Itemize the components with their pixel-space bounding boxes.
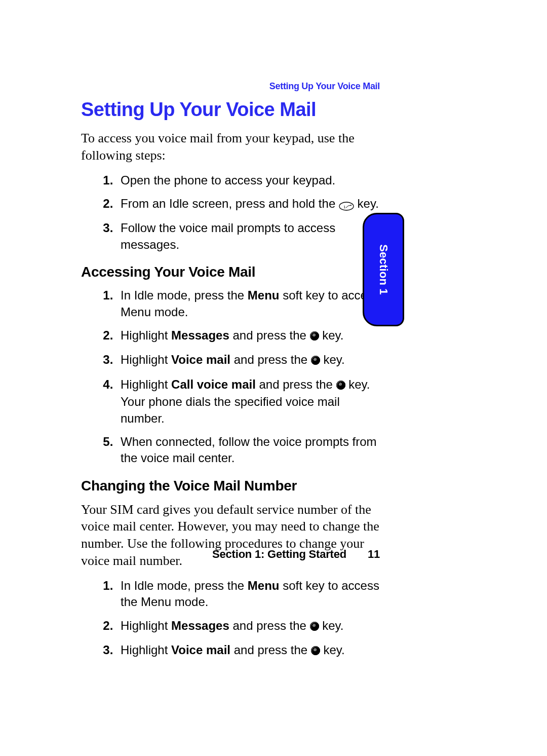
section-tab: Section 1 — [363, 213, 404, 326]
ok-key-icon — [310, 328, 319, 345]
step-text: and press the — [256, 377, 336, 391]
step-item: Highlight Voice mail and press the key. — [116, 352, 385, 369]
step-item: Highlight Call voice mail and press the … — [116, 376, 385, 427]
manual-page: Setting Up Your Voice Mail Setting Up Yo… — [0, 0, 547, 756]
page-footer: Section 1: Getting Started 11 — [212, 548, 380, 561]
step-item: Highlight Messages and press the key. — [116, 327, 385, 345]
step-text: key. — [320, 353, 345, 366]
ok-key-icon — [311, 353, 320, 369]
steps-list-2: In Idle mode, press the Menu soft key to… — [81, 287, 385, 467]
step-item: In Idle mode, press the Menu soft key to… — [116, 287, 385, 320]
step-text: and press the — [229, 328, 310, 342]
step-item: Open the phone to access your keypad. — [116, 172, 385, 188]
step-text: and press the — [230, 643, 311, 657]
bold-menu: Menu — [248, 579, 280, 592]
page-number: 11 — [368, 548, 380, 560]
step-text: Highlight — [121, 643, 171, 657]
ok-key-icon — [336, 377, 345, 394]
step-text: Highlight — [121, 619, 171, 632]
subheading-changing: Changing the Voice Mail Number — [81, 478, 385, 494]
step-text: Highlight — [121, 377, 171, 391]
step-item: Follow the voice mail prompts to access … — [116, 220, 385, 253]
step-text: In Idle mode, press the — [121, 579, 248, 592]
step-text: and press the — [230, 353, 311, 366]
ok-key-icon — [310, 619, 319, 635]
step-item: From an Idle screen, press and hold the … — [116, 196, 385, 213]
bold-voice-mail: Voice mail — [171, 643, 230, 657]
step-item: Highlight Messages and press the key. — [116, 618, 385, 635]
step-text: From an Idle screen, press and hold the — [121, 197, 339, 210]
bold-messages: Messages — [171, 619, 229, 632]
step-text: key. — [319, 619, 344, 632]
step-item: Highlight Voice mail and press the key. — [116, 642, 385, 659]
bold-messages: Messages — [171, 328, 229, 342]
svg-text:1: 1 — [343, 204, 346, 209]
intro-paragraph: To access you voice mail from your keypa… — [81, 130, 385, 164]
svg-point-0 — [339, 202, 354, 210]
one-key-icon: 1 — [339, 197, 354, 213]
footer-section-label: Section 1: Getting Started — [212, 548, 346, 560]
step-text: key. — [354, 197, 379, 210]
step-text: Highlight — [121, 328, 171, 342]
step-text: key. — [319, 328, 344, 342]
step-text: In Idle mode, press the — [121, 288, 248, 302]
bold-voice-mail: Voice mail — [171, 353, 230, 366]
svg-point-2 — [350, 205, 351, 206]
step-text: and press the — [229, 619, 310, 632]
step-text: key. — [320, 643, 345, 657]
subheading-accessing: Accessing Your Voice Mail — [81, 264, 385, 280]
running-head: Setting Up Your Voice Mail — [269, 81, 380, 92]
bold-call-voice-mail: Call voice mail — [171, 377, 256, 391]
step-text: Highlight — [121, 353, 171, 366]
step-item: When connected, follow the voice prompts… — [116, 434, 385, 467]
section-tab-label: Section 1 — [377, 244, 390, 295]
steps-list-3: In Idle mode, press the Menu soft key to… — [81, 578, 385, 660]
bold-menu: Menu — [248, 288, 280, 302]
steps-list-1: Open the phone to access your keypad. Fr… — [81, 172, 385, 253]
ok-key-icon — [311, 643, 320, 659]
page-title: Setting Up Your Voice Mail — [81, 99, 385, 121]
page-content: Setting Up Your Voice Mail To access you… — [81, 99, 385, 666]
step-item: In Idle mode, press the Menu soft key to… — [116, 578, 385, 611]
